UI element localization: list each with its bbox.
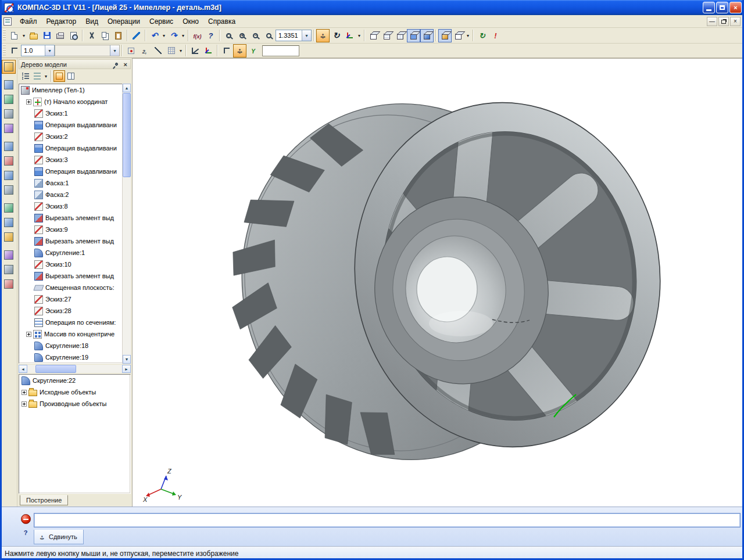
combo-arrow-icon[interactable] <box>302 30 311 41</box>
model-tree-lower-pane[interactable]: Скругление:22 Исходные объекты Производн… <box>19 374 131 494</box>
tree-structure-button[interactable] <box>20 70 31 82</box>
tree-item[interactable]: Вырезать элемент выд <box>19 235 130 247</box>
expand-plus-icon[interactable] <box>26 332 31 337</box>
compact-panel-button[interactable] <box>2 201 16 215</box>
scroll-down-arrow[interactable]: ▼ <box>123 355 131 364</box>
refresh-image-button[interactable] <box>475 29 489 42</box>
minimize-button[interactable] <box>703 2 715 13</box>
zoom-all-button[interactable] <box>262 29 276 42</box>
tree-item[interactable]: Исходные объекты <box>19 386 130 398</box>
expand-plus-icon[interactable] <box>26 99 31 105</box>
tree-vertical-scrollbar[interactable]: ▲ ▼ <box>122 84 131 364</box>
grid-dropdown-arrow-icon[interactable] <box>178 44 184 58</box>
tree-item[interactable]: Фаска:1 <box>19 177 130 189</box>
ortho-drawing-button[interactable] <box>233 44 246 58</box>
open-button[interactable] <box>27 29 40 42</box>
compact-panel-button[interactable] <box>2 92 16 106</box>
scroll-up-arrow[interactable]: ▲ <box>123 84 131 92</box>
context-help-button[interactable] <box>204 29 217 42</box>
tree-item[interactable]: Операция по сечениям: <box>19 317 130 328</box>
compact-panel-button[interactable] <box>2 139 16 153</box>
tree-item[interactable]: Вырезать элемент выд <box>19 270 130 282</box>
expand-plus-icon[interactable] <box>22 390 27 395</box>
pan-button[interactable] <box>316 29 330 42</box>
tree-item[interactable]: Эскиз:2 <box>19 131 130 142</box>
combo-arrow-icon[interactable] <box>45 45 54 56</box>
close-button[interactable]: × <box>729 2 742 13</box>
compact-panel-button[interactable] <box>2 248 16 262</box>
tree-item[interactable]: Эскиз:3 <box>19 154 130 166</box>
tree-dropdown-arrow-icon[interactable] <box>43 70 49 83</box>
compact-panel-button[interactable] <box>2 168 16 182</box>
cursor-step-combo[interactable]: 1.0 <box>21 45 55 56</box>
tree-item[interactable]: Операция выдавливани <box>19 166 130 177</box>
grid-button[interactable] <box>164 44 178 58</box>
new-document-button[interactable] <box>8 29 21 42</box>
save-button[interactable] <box>40 29 53 42</box>
compact-panel-button[interactable] <box>2 154 16 168</box>
menu-window[interactable]: Окно <box>178 16 203 27</box>
property-help-button[interactable]: ? <box>21 528 30 537</box>
zoom-in-button[interactable] <box>235 29 249 42</box>
undo-dropdown-arrow-icon[interactable] <box>161 29 167 42</box>
mdi-restore-button[interactable] <box>718 17 729 26</box>
tree-item[interactable]: Вырезать элемент выд <box>19 212 130 224</box>
redo-dropdown-arrow-icon[interactable] <box>180 29 186 42</box>
compact-panel-button[interactable] <box>2 183 16 197</box>
scrollbar-thumb[interactable] <box>35 365 76 373</box>
variables-button[interactable] <box>191 29 204 42</box>
compact-panel-button[interactable] <box>2 60 16 74</box>
tree-item[interactable]: Скругление:22 <box>19 375 130 386</box>
mdi-close-button[interactable]: × <box>730 17 741 26</box>
document-icon[interactable] <box>3 17 12 26</box>
interrupt-command-button[interactable] <box>21 514 31 524</box>
hidden-lines-button[interactable] <box>380 29 394 42</box>
mdi-minimize-button[interactable]: — <box>707 17 717 26</box>
tree-item[interactable]: Эскиз:1 <box>19 107 130 119</box>
compact-panel-button[interactable] <box>2 216 16 229</box>
tree-sections-button[interactable] <box>65 70 77 82</box>
wireframe-button[interactable] <box>367 29 380 42</box>
tree-relations-button[interactable] <box>31 70 43 82</box>
parallel-snap-button[interactable] <box>151 44 164 58</box>
compact-panel-button[interactable] <box>2 121 16 135</box>
rounding-button[interactable] <box>138 44 151 58</box>
compact-panel-button[interactable] <box>2 78 16 92</box>
maximize-button[interactable] <box>716 2 728 13</box>
tree-item[interactable]: Эскиз:8 <box>19 200 130 212</box>
zoom-scale-combo[interactable]: 1.3351 <box>276 30 312 41</box>
menu-operations[interactable]: Операции <box>103 16 145 27</box>
pin-icon[interactable] <box>115 62 119 66</box>
tree-item[interactable]: Эскиз:9 <box>19 224 130 235</box>
cut-button[interactable] <box>85 29 98 42</box>
shaded-with-edges-button[interactable] <box>420 29 434 42</box>
tree-item[interactable]: Скругление:18 <box>19 340 130 351</box>
local-csys-button[interactable] <box>202 44 215 58</box>
tree-item[interactable]: Эскиз:10 <box>19 259 130 270</box>
property-input-field[interactable] <box>34 513 741 527</box>
zoom-area-button[interactable] <box>222 29 235 42</box>
tree-composition-button[interactable] <box>53 70 65 82</box>
toolbar-grip[interactable] <box>3 45 6 56</box>
orientation-dropdown-arrow-icon[interactable] <box>356 29 362 42</box>
menu-file[interactable]: Файл <box>15 16 42 27</box>
redo-button[interactable] <box>167 29 180 42</box>
compact-panel-button[interactable] <box>2 107 16 121</box>
paste-button[interactable] <box>112 29 125 42</box>
tree-item[interactable]: Эскиз:28 <box>19 305 130 317</box>
tree-item[interactable]: Фаска:2 <box>19 189 130 200</box>
orientation-button[interactable] <box>343 29 356 42</box>
scroll-right-arrow[interactable]: ► <box>122 365 131 373</box>
tree-horizontal-scrollbar[interactable]: ◄ ► <box>19 365 131 373</box>
compact-panel-button[interactable] <box>2 230 16 244</box>
tree-item[interactable]: Скругление:19 <box>19 351 130 363</box>
display-mode-button[interactable] <box>452 29 465 42</box>
menu-service[interactable]: Сервис <box>145 16 178 27</box>
rebuild-model-button[interactable] <box>489 29 502 42</box>
scroll-left-arrow[interactable]: ◄ <box>19 365 27 373</box>
perspective-button[interactable] <box>438 29 452 42</box>
snap-setup-button[interactable] <box>124 44 138 58</box>
menu-edit[interactable]: Редактор <box>42 16 81 27</box>
zoom-out-button[interactable] <box>249 29 262 42</box>
undo-button[interactable] <box>148 29 161 42</box>
